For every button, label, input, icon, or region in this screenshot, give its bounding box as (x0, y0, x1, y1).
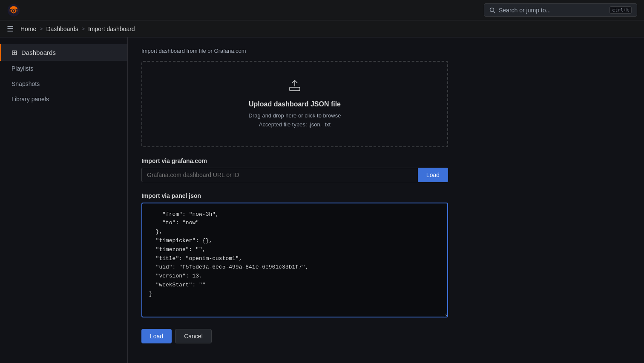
load-button[interactable]: Load (141, 329, 172, 343)
sidebar-dashboards-label: Dashboards (21, 49, 56, 56)
cancel-button[interactable]: Cancel (175, 329, 212, 343)
import-grafana-label: Import via grafana.com (141, 157, 448, 164)
json-textarea[interactable]: "from": "now-3h", "to": "now" }, "timepi… (141, 203, 448, 317)
import-json-label: Import via panel json (141, 192, 448, 199)
import-json-section: Import via panel json "from": "now-3h", … (141, 192, 448, 319)
sidebar-snapshots-label: Snapshots (12, 80, 40, 87)
breadcrumb-dashboards[interactable]: Dashboards (46, 26, 78, 32)
import-grafana-row: Load (141, 168, 448, 182)
grafana-url-input[interactable] (141, 168, 418, 182)
svg-point-6 (490, 8, 494, 11)
search-icon (489, 7, 495, 13)
breadcrumb-home[interactable]: Home (20, 26, 36, 32)
breadcrumb-sep1: > (40, 26, 43, 32)
sidebar-playlists-label: Playlists (12, 65, 33, 72)
dashboards-icon: ⊞ (12, 49, 17, 57)
menu-icon[interactable]: ☰ (7, 24, 14, 34)
upload-icon (159, 79, 430, 95)
grafana-load-button[interactable]: Load (418, 168, 448, 182)
page-subtitle: Import dashboard from file or Grafana.co… (141, 48, 630, 54)
topbar: Search or jump to... ctrl+k (0, 0, 644, 20)
search-placeholder: Search or jump to... (499, 7, 610, 14)
breadcrumb-sep2: > (82, 26, 85, 32)
sidebar: ⊞ Dashboards Playlists Snapshots Library… (0, 37, 128, 363)
search-shortcut: ctrl+k (610, 6, 632, 14)
sidebar-item-playlists[interactable]: Playlists (0, 61, 127, 76)
breadcrumb-current: Import dashboard (88, 26, 135, 32)
grafana-logo-icon (7, 3, 20, 17)
sidebar-item-dashboards[interactable]: ⊞ Dashboards (0, 44, 127, 61)
import-grafana-section: Import via grafana.com Load (141, 157, 448, 182)
breadcrumb: Home > Dashboards > Import dashboard (20, 26, 135, 32)
sidebar-library-panels-label: Library panels (12, 96, 49, 103)
svg-point-2 (13, 10, 14, 11)
upload-subtitle-line1: Drag and drop here or click to browse (159, 111, 430, 120)
upload-area[interactable]: Upload dashboard JSON file Drag and drop… (141, 61, 448, 147)
layout: ⊞ Dashboards Playlists Snapshots Library… (0, 37, 644, 363)
svg-line-7 (494, 11, 495, 13)
sidebar-item-library-panels[interactable]: Library panels (0, 91, 127, 107)
search-bar[interactable]: Search or jump to... ctrl+k (484, 3, 637, 17)
svg-rect-8 (290, 87, 300, 91)
action-buttons: Load Cancel (141, 329, 630, 343)
breadcrumb-bar: ☰ Home > Dashboards > Import dashboard (0, 20, 644, 37)
sidebar-item-snapshots[interactable]: Snapshots (0, 76, 127, 91)
upload-title: Upload dashboard JSON file (159, 100, 430, 108)
main-content: Import dashboard from file or Grafana.co… (128, 37, 644, 363)
upload-subtitle-line2: Accepted file types: .json, .txt (159, 120, 430, 129)
